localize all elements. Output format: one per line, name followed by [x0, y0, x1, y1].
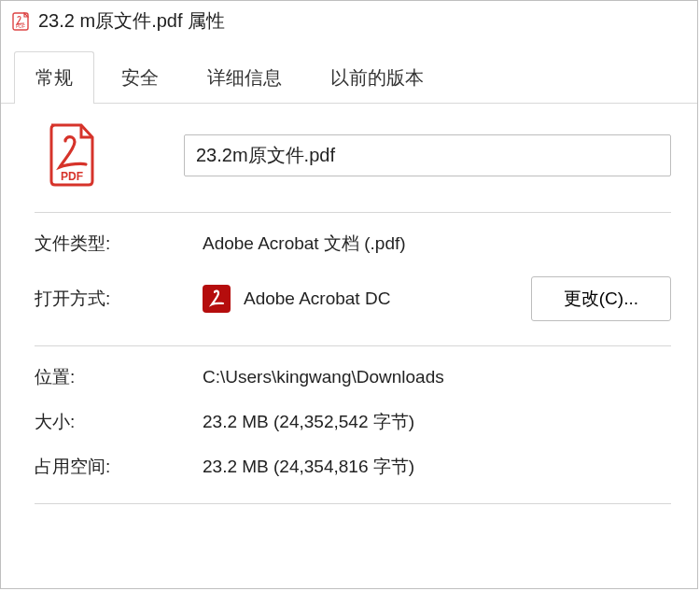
value-open-with: Adobe Acrobat DC 更改(C)...: [203, 276, 671, 321]
row-size: 大小: 23.2 MB (24,352,542 字节): [35, 410, 671, 434]
tab-general[interactable]: 常规: [14, 51, 94, 104]
filename-input[interactable]: [184, 134, 671, 176]
client-area: 常规 安全 详细信息 以前的版本 PDF: [1, 41, 697, 504]
row-location: 位置: C:\Users\kingwang\Downloads: [35, 365, 671, 389]
titlebar: PDF 23.2 m原文件.pdf 属性: [1, 1, 697, 41]
properties-dialog: PDF 23.2 m原文件.pdf 属性 常规 安全 详细信息 以前的版本 PD…: [0, 0, 698, 589]
file-type-icon: PDF: [44, 122, 100, 188]
label-file-type: 文件类型:: [35, 232, 203, 256]
tab-security[interactable]: 安全: [100, 51, 180, 104]
open-with-app-name: Adobe Acrobat DC: [244, 288, 390, 309]
label-size: 大小:: [35, 410, 203, 434]
tab-details[interactable]: 详细信息: [186, 51, 303, 104]
change-open-with-button[interactable]: 更改(C)...: [531, 276, 671, 321]
general-panel: PDF 文件类型: Adobe Acrobat 文档 (.pdf) 打开方式:: [1, 104, 697, 504]
divider: [35, 345, 671, 346]
tab-previous-versions[interactable]: 以前的版本: [309, 51, 445, 104]
value-size-on-disk: 23.2 MB (24,354,816 字节): [203, 455, 671, 479]
label-size-on-disk: 占用空间:: [35, 455, 203, 479]
pdf-badge-text: PDF: [61, 170, 83, 183]
row-size-on-disk: 占用空间: 23.2 MB (24,354,816 字节): [35, 455, 671, 479]
value-size: 23.2 MB (24,352,542 字节): [203, 410, 671, 434]
window-title: 23.2 m原文件.pdf 属性: [38, 8, 225, 34]
value-location: C:\Users\kingwang\Downloads: [203, 367, 671, 387]
row-file-type: 文件类型: Adobe Acrobat 文档 (.pdf): [35, 232, 671, 256]
tab-strip: 常规 安全 详细信息 以前的版本: [1, 50, 697, 104]
value-file-type: Adobe Acrobat 文档 (.pdf): [203, 232, 671, 256]
row-open-with: 打开方式: Adobe Acrobat DC 更改(C)...: [35, 276, 671, 321]
divider: [35, 212, 671, 213]
pdf-icon: PDF: [12, 12, 29, 31]
filename-field: [184, 134, 671, 176]
label-location: 位置:: [35, 365, 203, 389]
file-header: PDF: [35, 122, 671, 188]
acrobat-app-icon: [203, 285, 231, 313]
divider: [35, 503, 671, 504]
label-open-with: 打开方式:: [35, 287, 203, 311]
